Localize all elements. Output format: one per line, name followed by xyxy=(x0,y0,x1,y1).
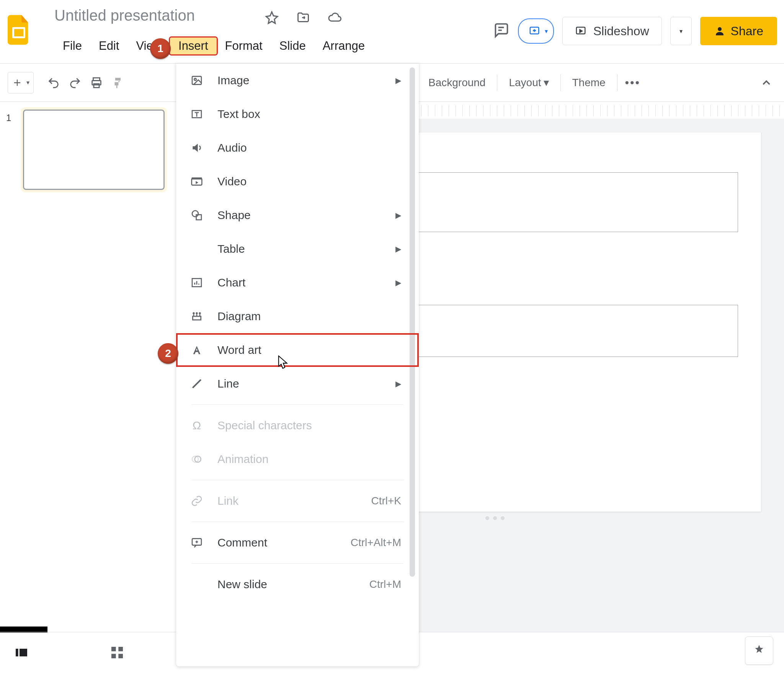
svg-rect-26 xyxy=(111,647,116,651)
wordart-icon xyxy=(190,343,204,357)
open-comments-button[interactable] xyxy=(493,22,510,40)
shape-icon xyxy=(190,208,204,222)
chevron-right-icon: ▶ xyxy=(395,76,401,85)
explore-button[interactable] xyxy=(745,636,773,665)
share-label: Share xyxy=(731,24,763,38)
new-slide-button[interactable]: ▾ xyxy=(8,72,34,93)
insert-shape[interactable]: Shape ▶ xyxy=(176,198,419,232)
insert-diagram[interactable]: Diagram xyxy=(176,299,419,333)
insert-word-art[interactable]: Word art xyxy=(176,333,419,367)
menu-separator xyxy=(191,480,403,480)
undo-button[interactable] xyxy=(44,73,64,93)
layout-button[interactable]: Layout▾ xyxy=(503,76,555,89)
speaker-notes-handle[interactable] xyxy=(485,516,505,520)
link-icon xyxy=(190,494,204,508)
theme-button[interactable]: Theme xyxy=(566,77,612,89)
video-icon xyxy=(190,175,204,188)
image-icon xyxy=(190,74,204,87)
menu-slide[interactable]: Slide xyxy=(271,38,314,54)
chevron-right-icon: ▶ xyxy=(395,379,401,388)
diagram-icon xyxy=(190,309,204,323)
svg-point-18 xyxy=(196,312,198,314)
share-button[interactable]: Share xyxy=(700,17,777,45)
omega-icon: Ω xyxy=(190,419,204,432)
slideshow-dropdown-button[interactable]: ▾ xyxy=(670,17,692,45)
slideshow-label: Slideshow xyxy=(593,24,649,38)
filmstrip-view-tab[interactable] xyxy=(14,645,29,662)
caret-down-icon: ▾ xyxy=(26,79,29,86)
annotation-step-2: 2 xyxy=(158,343,178,364)
svg-rect-1 xyxy=(14,29,23,36)
insert-textbox[interactable]: Text box xyxy=(176,97,419,131)
chevron-right-icon: ▶ xyxy=(395,278,401,287)
paint-format-button[interactable] xyxy=(108,73,128,93)
svg-rect-15 xyxy=(196,215,201,220)
insert-chart[interactable]: Chart ▶ xyxy=(176,266,419,299)
insert-line[interactable]: Line ▶ xyxy=(176,367,419,401)
insert-audio[interactable]: Audio xyxy=(176,131,419,165)
svg-rect-27 xyxy=(118,647,123,651)
more-button[interactable]: ••• xyxy=(623,73,643,93)
chevron-right-icon: ▶ xyxy=(395,211,401,220)
move-icon[interactable] xyxy=(296,11,310,26)
svg-point-17 xyxy=(193,312,194,314)
cursor-pointer-icon xyxy=(278,355,289,371)
slide-number: 1 xyxy=(6,113,11,123)
insert-video[interactable]: Video xyxy=(176,165,419,198)
background-button[interactable]: Background xyxy=(422,77,492,89)
print-button[interactable] xyxy=(87,73,106,93)
line-icon xyxy=(190,377,204,391)
svg-rect-9 xyxy=(192,76,201,84)
ruler-ticks xyxy=(421,105,784,116)
svg-point-14 xyxy=(192,211,198,217)
svg-point-4 xyxy=(718,27,722,31)
animation-icon xyxy=(190,452,204,466)
insert-table[interactable]: Table ▶ xyxy=(176,232,419,266)
title-bar: Untitled presentation File Edit View Ins… xyxy=(0,0,784,64)
textbox-icon xyxy=(190,107,204,121)
insert-menu-dropdown: Image ▶ Text box Audio Video Shape ▶ Tab… xyxy=(176,64,419,666)
chevron-right-icon: ▶ xyxy=(395,244,401,254)
svg-rect-13 xyxy=(192,177,202,179)
svg-rect-29 xyxy=(118,654,123,658)
menu-arrange[interactable]: Arrange xyxy=(314,38,373,54)
slideshow-button[interactable]: Slideshow xyxy=(562,17,662,45)
caret-down-icon: ▾ xyxy=(544,77,549,88)
insert-new-slide[interactable]: New slide Ctrl+M xyxy=(176,568,419,601)
menu-edit[interactable]: Edit xyxy=(90,38,127,54)
present-to-meeting-button[interactable]: ▾ xyxy=(518,18,554,44)
insert-image[interactable]: Image ▶ xyxy=(176,64,419,97)
slide-thumbnail[interactable] xyxy=(23,110,165,190)
svg-point-10 xyxy=(194,79,196,80)
svg-point-19 xyxy=(199,312,201,314)
menu-insert[interactable]: Insert xyxy=(170,38,217,54)
insert-special-characters: Ω Special characters xyxy=(176,409,419,442)
svg-rect-25 xyxy=(20,649,27,656)
insert-link: Link Ctrl+K xyxy=(176,484,419,518)
caret-down-icon: ▾ xyxy=(545,28,548,35)
cloud-status-icon[interactable] xyxy=(328,11,341,26)
star-icon[interactable] xyxy=(265,11,279,26)
audio-icon xyxy=(190,141,204,155)
document-title[interactable]: Untitled presentation xyxy=(54,7,195,24)
insert-animation: Animation xyxy=(176,442,419,476)
menu-format[interactable]: Format xyxy=(217,38,271,54)
collapse-toolbar-button[interactable] xyxy=(756,73,776,93)
slides-logo[interactable] xyxy=(5,13,32,47)
header-right-controls: ▾ Slideshow ▾ Share xyxy=(493,17,777,45)
menu-separator xyxy=(191,563,403,564)
svg-rect-28 xyxy=(111,654,116,658)
svg-rect-20 xyxy=(193,316,201,320)
redo-button[interactable] xyxy=(65,73,85,93)
svg-rect-24 xyxy=(16,649,18,656)
menu-separator xyxy=(191,522,403,522)
menu-file[interactable]: File xyxy=(54,38,90,54)
comment-icon xyxy=(190,536,204,550)
menu-bar: File Edit View Insert Format Slide Arran… xyxy=(54,38,373,54)
chart-icon xyxy=(190,276,204,290)
grid-view-tab[interactable] xyxy=(109,645,125,662)
insert-comment[interactable]: Comment Ctrl+Alt+M xyxy=(176,526,419,559)
caret-down-icon: ▾ xyxy=(679,28,683,35)
annotation-step-1: 1 xyxy=(150,38,171,59)
menu-separator xyxy=(191,404,403,405)
